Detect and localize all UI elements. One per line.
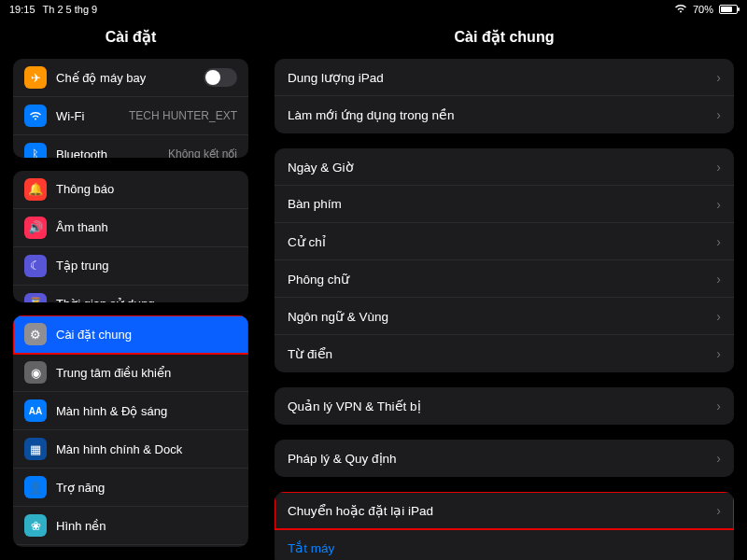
- switches-icon: ◉: [24, 361, 47, 384]
- sidebar-item-sound[interactable]: 🔊 Âm thanh: [13, 209, 248, 247]
- sidebar-item-label: Tập trung: [56, 259, 237, 273]
- row-label: Dung lượng iPad: [288, 70, 716, 85]
- row-shutdown[interactable]: Tắt máy: [275, 529, 734, 560]
- row-dictionary[interactable]: Từ điển ›: [275, 335, 734, 372]
- sidebar-item-control-center[interactable]: ◉ Trung tâm điều khiển: [13, 354, 248, 392]
- battery-pct: 70%: [693, 4, 713, 15]
- sidebar-item-home-dock[interactable]: ▦ Màn hình chính & Dock: [13, 430, 248, 469]
- sidebar-item-label: Thông báo: [56, 182, 237, 196]
- airplane-toggle[interactable]: [204, 68, 237, 87]
- row-label: Cử chỉ: [288, 234, 716, 249]
- row-label: Quản lý VPN & Thiết bị: [288, 399, 716, 413]
- status-time: 19:15: [9, 4, 35, 15]
- row-date-time[interactable]: Ngày & Giờ ›: [275, 148, 734, 186]
- row-label: Phông chữ: [288, 272, 716, 287]
- grid-icon: ▦: [24, 438, 47, 460]
- text-size-icon: AA: [24, 399, 47, 422]
- moon-icon: ☾: [24, 255, 47, 277]
- chevron-right-icon: ›: [716, 197, 721, 212]
- sidebar-item-label: Màn hình & Độ sáng: [56, 404, 237, 418]
- accessibility-icon: 👤: [24, 476, 47, 498]
- main-group-reset: Chuyển hoặc đặt lại iPad › Tắt máy: [275, 492, 734, 560]
- main-group-legal: Pháp lý & Quy định ›: [275, 440, 734, 477]
- row-label: Ngày & Giờ: [288, 160, 716, 175]
- bluetooth-icon: ᛒ: [24, 143, 47, 158]
- sidebar-title: Cài đặt: [0, 19, 261, 59]
- chevron-right-icon: ›: [716, 70, 721, 85]
- row-label: Ngôn ngữ & Vùng: [288, 309, 716, 324]
- row-language-region[interactable]: Ngôn ngữ & Vùng ›: [275, 298, 734, 335]
- sidebar-item-wifi[interactable]: Wi-Fi TECH HUNTER_EXT: [13, 97, 248, 135]
- sidebar-item-general[interactable]: ⚙ Cài đặt chung: [13, 315, 248, 354]
- main-group-input: Ngày & Giờ › Bàn phím › Cử chỉ › Phông c…: [275, 148, 734, 372]
- bell-icon: 🔔: [24, 178, 47, 201]
- chevron-right-icon: ›: [716, 160, 721, 175]
- battery-icon: [719, 5, 738, 14]
- sidebar-item-airplane[interactable]: ✈︎ Chế độ máy bay: [13, 59, 248, 97]
- main-title: Cài đặt chung: [261, 19, 747, 59]
- chevron-right-icon: ›: [716, 399, 721, 413]
- sidebar-item-label: Thời gian sử dụng: [56, 297, 237, 302]
- sidebar-item-label: Âm thanh: [56, 220, 237, 234]
- chevron-right-icon: ›: [716, 107, 721, 122]
- main-group-storage: Dung lượng iPad › Làm mới ứng dụng trong…: [275, 59, 734, 133]
- sidebar-item-label: Chế độ máy bay: [56, 71, 194, 85]
- row-ipad-storage[interactable]: Dung lượng iPad ›: [275, 59, 734, 96]
- sidebar-item-label: Wi-Fi: [56, 109, 120, 123]
- row-keyboard[interactable]: Bàn phím ›: [275, 186, 734, 223]
- chevron-right-icon: ›: [716, 309, 721, 324]
- chevron-right-icon: ›: [716, 451, 721, 466]
- gear-icon: ⚙: [24, 323, 47, 345]
- sidebar-group-system: ⚙ Cài đặt chung ◉ Trung tâm điều khiển A…: [13, 315, 248, 547]
- sidebar-item-bluetooth[interactable]: ᛒ Bluetooth Không kết nối: [13, 135, 248, 158]
- hourglass-icon: ⏳: [24, 293, 47, 302]
- chevron-right-icon: ›: [716, 503, 721, 518]
- sidebar-item-wallpaper[interactable]: ❀ Hình nền: [13, 507, 248, 545]
- sidebar-item-label: Trung tâm điều khiển: [56, 366, 237, 380]
- chevron-right-icon: ›: [716, 234, 721, 249]
- sidebar-item-screentime[interactable]: ⏳ Thời gian sử dụng: [13, 286, 248, 302]
- speaker-icon: 🔊: [24, 217, 47, 239]
- row-background-refresh[interactable]: Làm mới ứng dụng trong nền ›: [275, 96, 734, 133]
- row-label: Từ điển: [288, 346, 716, 361]
- sidebar-item-label: Bluetooth: [56, 147, 159, 158]
- wifi-icon: [674, 4, 687, 15]
- sidebar-item-detail: Không kết nối: [168, 147, 237, 158]
- chevron-right-icon: ›: [716, 346, 721, 361]
- sidebar-item-siri[interactable]: ◉ Siri & Tìm kiếm: [13, 545, 248, 547]
- sidebar-item-label: Hình nền: [56, 519, 237, 533]
- airplane-icon: ✈︎: [24, 66, 47, 89]
- chevron-right-icon: ›: [716, 272, 721, 287]
- row-label: Bàn phím: [288, 197, 716, 211]
- row-vpn-device[interactable]: Quản lý VPN & Thiết bị ›: [275, 387, 734, 425]
- flower-icon: ❀: [24, 514, 47, 537]
- sidebar-item-label: Cài đặt chung: [56, 328, 237, 342]
- sidebar-item-label: Màn hình chính & Dock: [56, 442, 237, 456]
- sidebar-item-accessibility[interactable]: 👤 Trợ năng: [13, 469, 248, 507]
- row-fonts[interactable]: Phông chữ ›: [275, 260, 734, 298]
- sidebar-item-notifications[interactable]: 🔔 Thông báo: [13, 171, 248, 209]
- row-gestures[interactable]: Cử chỉ ›: [275, 223, 734, 260]
- sidebar-group-connectivity: ✈︎ Chế độ máy bay Wi-Fi TECH HUNTER_EXT …: [13, 59, 248, 158]
- sidebar-item-label: Trợ năng: [56, 481, 237, 495]
- main-panel: Cài đặt chung Dung lượng iPad › Làm mới …: [261, 0, 747, 560]
- sidebar-group-attention: 🔔 Thông báo 🔊 Âm thanh ☾ Tập trung ⏳ Thờ…: [13, 171, 248, 302]
- main-group-vpn: Quản lý VPN & Thiết bị ›: [275, 387, 734, 425]
- row-label: Pháp lý & Quy định: [288, 451, 716, 466]
- row-label: Làm mới ứng dụng trong nền: [288, 107, 716, 122]
- status-date: Th 2 5 thg 9: [43, 4, 98, 15]
- wifi-icon: [24, 105, 47, 127]
- row-label: Chuyển hoặc đặt lại iPad: [288, 503, 716, 518]
- status-bar: 19:15 Th 2 5 thg 9 70%: [0, 0, 747, 19]
- sidebar-item-focus[interactable]: ☾ Tập trung: [13, 247, 248, 286]
- sidebar-item-detail: TECH HUNTER_EXT: [129, 109, 237, 122]
- sidebar: Cài đặt ✈︎ Chế độ máy bay Wi-Fi TECH HUN…: [0, 0, 261, 560]
- row-transfer-reset[interactable]: Chuyển hoặc đặt lại iPad ›: [275, 492, 734, 529]
- sidebar-item-display[interactable]: AA Màn hình & Độ sáng: [13, 392, 248, 430]
- row-legal[interactable]: Pháp lý & Quy định ›: [275, 440, 734, 477]
- row-label: Tắt máy: [288, 540, 721, 555]
